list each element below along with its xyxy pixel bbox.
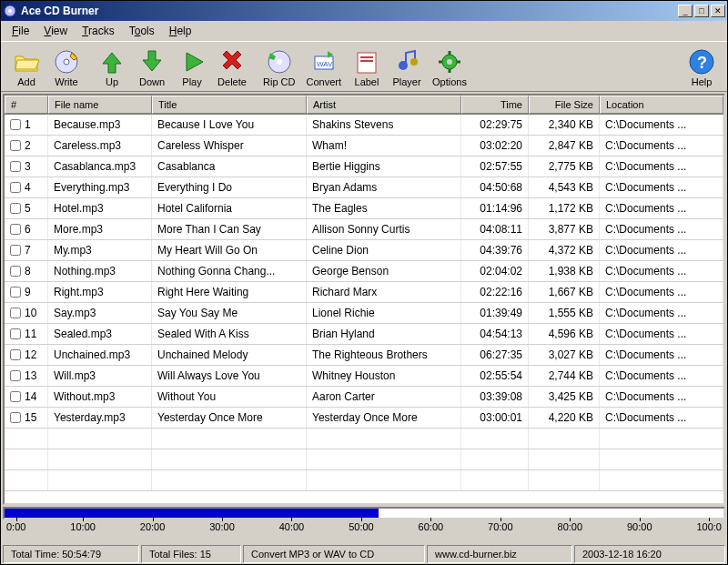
row-checkbox[interactable] [10,287,21,298]
player-button[interactable]: Player [387,45,427,89]
cell-number[interactable]: 9 [5,282,48,302]
row-checkbox[interactable] [10,266,21,277]
play-label: Play [182,76,201,87]
label-button[interactable]: Label [347,45,387,89]
table-row[interactable]: 5Hotel.mp3Hotel CaliforniaThe Eagles01:1… [5,198,723,219]
minimize-button[interactable]: _ [678,5,693,17]
col-size[interactable]: File Size [529,96,600,114]
cell-number[interactable]: 5 [5,198,48,218]
table-row[interactable]: 10Say.mp3Say You Say MeLionel Richie01:3… [5,303,723,324]
write-button[interactable]: Write [46,45,86,89]
cell-number[interactable]: 8 [5,261,48,281]
cell-title: Yesterday Once More [152,408,307,428]
add-button[interactable]: Add [6,45,46,89]
cell-number[interactable]: 3 [5,156,48,177]
close-button[interactable]: ✕ [711,5,725,17]
cell-title: My Heart Will Go On [152,240,307,260]
delete-button[interactable]: Delete [212,45,252,89]
cell-number[interactable]: 14 [5,387,48,407]
row-checkbox[interactable] [10,140,21,151]
ruler-tick: 80:00 [558,521,583,532]
col-title[interactable]: Title [152,96,307,114]
col-time[interactable]: Time [461,96,529,114]
svg-text:?: ? [697,54,707,72]
cell-number[interactable]: 6 [5,219,48,239]
options-label: Options [432,76,467,87]
cell-artist: Aaron Carter [307,387,461,407]
menu-help[interactable]: Help [162,23,199,39]
table-row[interactable]: 3Casablanca.mp3CasablancaBertie Higgins0… [5,156,723,177]
row-checkbox[interactable] [10,412,21,423]
cell-title: Say You Say Me [152,303,307,323]
row-checkbox[interactable] [10,203,21,214]
up-label: Up [106,76,118,87]
table-row[interactable]: 9Right.mp3Right Here WaitingRichard Marx… [5,282,723,303]
convert-label: Convert [306,76,341,87]
row-checkbox[interactable] [10,182,21,193]
delete-icon [217,47,247,76]
play-button[interactable]: Play [172,45,212,89]
col-number[interactable]: # [5,96,48,114]
col-artist[interactable]: Artist [307,96,461,114]
rip-cd-button[interactable]: Rip CD [258,45,300,89]
cell-number[interactable]: 7 [5,240,48,260]
row-checkbox[interactable] [10,245,21,256]
cell-size: 3,425 KB [529,387,600,407]
cell-filename: Everything.mp3 [48,177,152,197]
col-location[interactable]: Location [600,96,723,114]
cell-number[interactable]: 1 [5,115,48,135]
menu-tools[interactable]: Tools [122,23,162,39]
row-checkbox[interactable] [10,161,21,172]
menu-view[interactable]: View [36,23,75,39]
table-row[interactable]: 1Because.mp3Because I Love YouShakins St… [5,115,723,136]
up-button[interactable]: Up [92,45,132,89]
status-mode: Convert MP3 or WAV to CD [243,545,425,563]
table-row[interactable]: 8Nothing.mp3Nothing Gonna Chang...George… [5,261,723,282]
cell-time: 04:08:11 [461,219,529,239]
row-checkbox[interactable] [10,391,21,402]
menu-file[interactable]: File [5,23,36,39]
options-button[interactable]: Options [427,45,472,89]
cell-number[interactable]: 13 [5,366,48,386]
row-checkbox[interactable] [10,224,21,235]
cell-title: Unchained Melody [152,345,307,365]
help-button[interactable]: ? Help [682,45,722,89]
table-row[interactable]: 13Will.mp3Will Always Love YouWhitney Ho… [5,366,723,387]
down-button[interactable]: Down [132,45,172,89]
svg-rect-9 [360,56,373,58]
table-row[interactable]: 7My.mp3My Heart Will Go OnCeline Dion04:… [5,240,723,261]
cell-number[interactable]: 15 [5,408,48,428]
maximize-button[interactable]: □ [694,5,709,17]
cell-artist: Bertie Higgins [307,156,461,177]
convert-button[interactable]: WAV Convert [300,45,347,89]
cell-size: 1,938 KB [529,261,600,281]
col-filename[interactable]: File name [48,96,152,114]
row-checkbox[interactable] [10,370,21,381]
cell-location: C:\Documents ... [600,177,723,197]
cell-artist: Yesterday Once More [307,408,461,428]
table-row-empty [5,429,723,449]
cell-title: Will Always Love You [152,366,307,386]
cell-number[interactable]: 10 [5,303,48,323]
cell-number[interactable]: 12 [5,345,48,365]
table-row[interactable]: 2Careless.mp3Careless WhisperWham!03:02:… [5,136,723,156]
player-label: Player [392,76,420,87]
row-checkbox[interactable] [10,119,21,130]
row-checkbox[interactable] [10,328,21,339]
ruler-tick: 40:00 [279,521,305,532]
table-row[interactable]: 11Sealed.mp3Sealed With A KissBrian Hyla… [5,324,723,345]
cell-title: Careless Whisper [152,136,307,156]
player-icon [392,47,421,76]
cell-number[interactable]: 2 [5,136,48,156]
table-row[interactable]: 14Without.mp3Without YouAaron Carter03:3… [5,387,723,408]
cell-number[interactable]: 4 [5,177,48,197]
row-checkbox[interactable] [10,349,21,360]
table-row[interactable]: 6More.mp3More Than I Can SayAllison Sonn… [5,219,723,240]
table-row[interactable]: 12Unchained.mp3Unchained MelodyThe Right… [5,345,723,366]
table-row[interactable]: 15Yesterday.mp3Yesterday Once MoreYester… [5,408,723,429]
menu-tracks[interactable]: Tracks [75,23,122,39]
table-row[interactable]: 4Everything.mp3Everything I DoBryan Adam… [5,177,723,198]
cell-time: 02:29:75 [461,115,529,135]
cell-number[interactable]: 11 [5,324,48,344]
row-checkbox[interactable] [10,308,21,318]
